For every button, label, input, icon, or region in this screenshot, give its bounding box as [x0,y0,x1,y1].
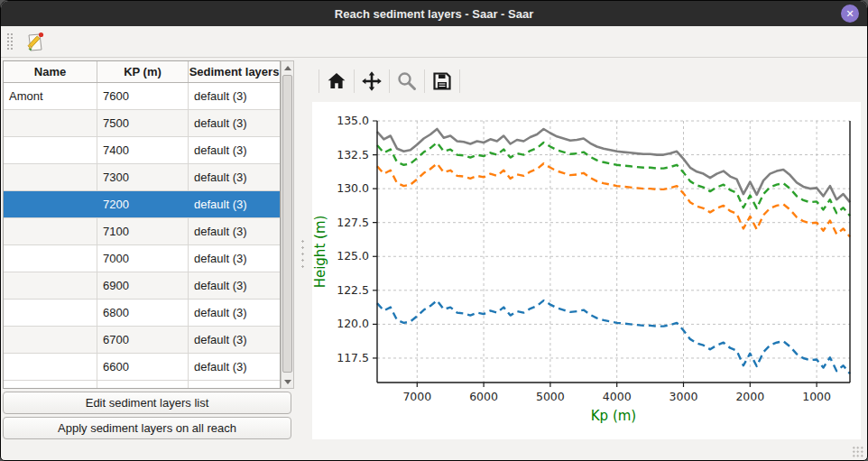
svg-text:122.5: 122.5 [337,283,369,297]
table-row[interactable]: Amont7600default (3) [4,83,280,110]
svg-text:6000: 6000 [469,390,498,403]
cell-empty [97,381,189,389]
cell-empty [4,381,97,389]
scroll-down-button[interactable] [282,375,293,388]
svg-text:4000: 4000 [603,390,632,403]
edit-sediment-layers-icon [23,31,46,54]
apply-sediment-layers-button[interactable]: Apply sediment layers on all reach [3,417,291,439]
home-button[interactable] [323,68,350,95]
cell-layers[interactable]: default (3) [189,354,280,380]
arrow-down-icon [284,380,291,384]
dialog-window: Reach sediment layers - Saar - Saar ✕ Na… [0,0,868,461]
toolbar-drag-handle[interactable] [6,32,13,51]
cell-layers[interactable]: default (3) [189,272,280,299]
close-button[interactable]: ✕ [841,5,859,23]
svg-text:5000: 5000 [536,390,565,403]
cell-layers[interactable]: default (3) [189,218,280,244]
scroll-up-button[interactable] [282,61,293,74]
sediment-table: Name KP (m) Sediment layers Amont7600def… [3,60,281,389]
cell-layers[interactable]: default (3) [189,245,280,272]
cell-name[interactable] [4,191,97,217]
cell-kp[interactable]: 7400 [97,137,189,163]
window-resize-grip[interactable] [852,446,863,457]
column-header-kp[interactable]: KP (m) [97,61,189,82]
toolbar-separator [424,69,425,93]
pan-icon [361,70,383,92]
table-row[interactable]: 7300default (3) [4,164,280,191]
table-row[interactable]: 6900default (3) [4,272,280,300]
cell-kp[interactable]: 7500 [97,110,189,136]
table-row[interactable]: 6800default (3) [4,300,280,327]
table-row[interactable]: 7100default (3) [4,218,280,245]
svg-text:1000: 1000 [802,390,831,403]
table-row[interactable]: 7500default (3) [4,110,280,137]
splitter-handle[interactable] [300,238,305,269]
y-axis-label: Height (m) [312,216,328,289]
svg-text:7000: 7000 [402,390,431,403]
cell-name[interactable] [4,110,97,136]
cell-layers[interactable]: default (3) [189,110,280,136]
column-header-name[interactable]: Name [4,61,97,82]
pan-button[interactable] [358,68,385,95]
cell-name[interactable]: Amont [4,83,97,109]
column-header-layers[interactable]: Sediment layers [189,61,280,82]
zoom-icon [396,70,418,92]
edit-sediment-layers-button[interactable] [21,29,48,56]
panel-splitter[interactable] [295,58,311,458]
cell-layers[interactable]: default (3) [189,191,280,217]
table-row[interactable]: 6700default (3) [4,327,280,354]
arrow-up-icon [284,66,291,70]
cell-name[interactable] [4,354,97,380]
title-bar[interactable]: Reach sediment layers - Saar - Saar ✕ [1,1,867,26]
svg-text:2000: 2000 [735,390,764,403]
cell-name[interactable] [4,218,97,244]
cell-layers[interactable]: default (3) [189,327,280,353]
table-row[interactable]: 7200default (3) [4,191,280,218]
cell-name[interactable] [4,164,97,190]
toolbar-separator [389,69,390,93]
cell-layers[interactable]: default (3) [189,137,280,163]
window-title: Reach sediment layers - Saar - Saar [335,7,533,21]
edit-sediment-layers-list-button[interactable]: Edit sediment layers list [3,392,291,414]
svg-text:120.0: 120.0 [337,317,369,330]
home-icon [326,70,347,92]
table-row[interactable]: 7000default (3) [4,245,280,272]
cell-name[interactable] [4,272,97,299]
cell-name[interactable] [4,327,97,353]
cell-kp[interactable]: 6700 [97,327,189,353]
svg-text:3000: 3000 [669,390,698,403]
chart-canvas[interactable]: 7000600050004000300020001000135.0132.513… [312,102,861,439]
close-icon: ✕ [845,8,854,20]
cell-kp[interactable]: 7200 [97,191,189,217]
table-scrollbar[interactable] [281,60,294,389]
scrollbar-thumb[interactable] [282,75,292,373]
save-button[interactable] [429,68,456,95]
cell-kp[interactable]: 7600 [97,83,189,109]
table-row-empty [4,381,280,389]
plugin-toolbar [1,26,867,58]
cell-kp[interactable]: 6600 [97,354,189,380]
svg-text:117.5: 117.5 [337,351,369,364]
x-axis-label: Kp (m) [591,408,636,424]
svg-text:125.0: 125.0 [337,249,369,263]
cell-layers[interactable]: default (3) [189,300,280,326]
cell-kp[interactable]: 6900 [97,272,189,299]
zoom-button[interactable] [393,68,420,95]
cell-layers[interactable]: default (3) [189,83,280,109]
cell-layers[interactable]: default (3) [189,164,280,190]
cell-kp[interactable]: 6800 [97,300,189,326]
cell-name[interactable] [4,245,97,272]
toolbar-separator [354,69,355,93]
table-header: Name KP (m) Sediment layers [4,61,280,83]
cell-kp[interactable]: 7100 [97,218,189,244]
cell-kp[interactable]: 7300 [97,164,189,190]
cell-name[interactable] [4,137,97,163]
cell-kp[interactable]: 7000 [97,245,189,272]
cell-empty [189,381,280,389]
cell-name[interactable] [4,300,97,326]
table-row[interactable]: 7400default (3) [4,137,280,164]
table-row[interactable]: 6600default (3) [4,354,280,381]
svg-text:130.0: 130.0 [337,181,369,195]
save-icon [431,70,453,92]
svg-text:135.0: 135.0 [337,114,369,127]
